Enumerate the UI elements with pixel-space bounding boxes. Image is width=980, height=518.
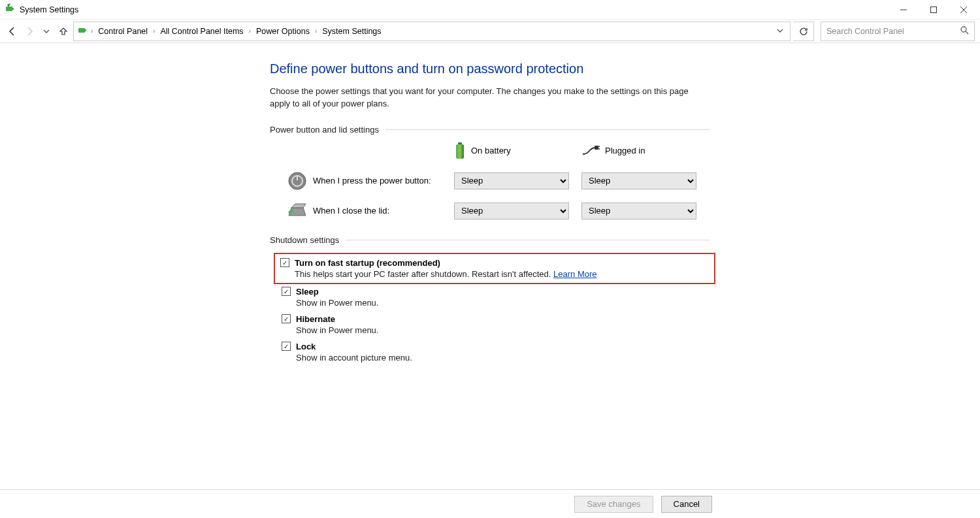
maximize-button[interactable] [919, 0, 949, 20]
power-options-icon [5, 3, 16, 16]
section-title: Power button and lid settings [270, 125, 379, 135]
svg-rect-10 [458, 142, 462, 144]
battery-icon [454, 142, 466, 159]
svg-rect-11 [456, 144, 464, 159]
refresh-button[interactable] [793, 22, 814, 41]
chevron-right-icon[interactable]: › [152, 27, 156, 35]
search-input[interactable] [826, 27, 960, 36]
address-bar[interactable]: › Control Panel › All Control Panel Item… [73, 22, 791, 41]
shutdown-item-sleep: ✓ Sleep Show in Power menu. [282, 287, 710, 308]
svg-line-9 [966, 31, 968, 34]
breadcrumb-item[interactable]: All Control Panel Items [157, 27, 246, 36]
search-box[interactable] [821, 22, 975, 41]
chevron-right-icon[interactable]: › [248, 27, 252, 35]
lock-title: Lock [296, 342, 316, 351]
section-header-shutdown: Shutdown settings [270, 235, 710, 245]
power-button-icon [282, 171, 313, 191]
shutdown-item-fast-startup: ✓ Turn on fast startup (recommended) Thi… [274, 253, 715, 284]
footer-bar: Save changes Cancel [0, 489, 980, 518]
page-heading: Define power buttons and turn on passwor… [270, 61, 710, 76]
hibernate-title: Hibernate [296, 314, 335, 324]
address-dropdown-icon[interactable] [774, 27, 786, 36]
col-label-plugged: Plugged in [605, 146, 645, 155]
close-lid-plugged-select[interactable]: Sleep [581, 202, 696, 219]
shutdown-item-lock: ✓ Lock Show in account picture menu. [282, 342, 710, 363]
svg-rect-6 [78, 28, 85, 33]
lock-checkbox[interactable]: ✓ [282, 342, 291, 351]
forward-button[interactable] [22, 24, 37, 39]
breadcrumb-item[interactable]: Control Panel [95, 27, 150, 36]
up-button[interactable] [56, 24, 71, 39]
learn-more-link[interactable]: Learn More [553, 269, 596, 279]
control-panel-icon [78, 25, 88, 37]
cancel-button[interactable]: Cancel [661, 496, 712, 513]
chevron-right-icon[interactable]: › [90, 27, 94, 35]
section-title: Shutdown settings [270, 235, 339, 245]
svg-rect-7 [85, 29, 86, 31]
svg-point-15 [289, 172, 306, 189]
fast-startup-title: Turn on fast startup (recommended) [295, 258, 440, 268]
hibernate-checkbox[interactable]: ✓ [282, 314, 291, 323]
svg-rect-0 [6, 7, 12, 11]
svg-rect-12 [595, 146, 598, 150]
search-icon [960, 25, 969, 37]
power-button-battery-select[interactable]: Sleep [454, 172, 569, 189]
lock-desc: Show in account picture menu. [296, 353, 710, 363]
window-title: System Settings [20, 5, 78, 14]
content-area: Define power buttons and turn on passwor… [0, 43, 980, 489]
recent-locations-dropdown[interactable] [39, 24, 54, 39]
close-button[interactable] [949, 0, 979, 20]
section-header-power-button-lid: Power button and lid settings [270, 125, 710, 135]
close-lid-battery-select[interactable]: Sleep [454, 202, 569, 219]
save-changes-button[interactable]: Save changes [574, 496, 653, 513]
col-label-battery: On battery [471, 146, 511, 155]
sleep-title: Sleep [296, 287, 319, 297]
breadcrumb-item[interactable]: Power Options [253, 27, 312, 36]
sleep-desc: Show in Power menu. [296, 298, 710, 308]
fast-startup-checkbox[interactable]: ✓ [280, 258, 289, 267]
chevron-right-icon[interactable]: › [314, 27, 318, 35]
sleep-checkbox[interactable]: ✓ [282, 287, 291, 296]
title-bar: System Settings [0, 0, 980, 20]
back-button[interactable] [5, 24, 20, 39]
row-label-close-lid: When I close the lid: [313, 206, 454, 216]
hibernate-desc: Show in Power menu. [296, 325, 710, 335]
column-header-plugged: Plugged in [581, 145, 709, 157]
svg-point-8 [961, 27, 966, 32]
fast-startup-desc: This helps start your PC faster after sh… [295, 269, 708, 279]
nav-bar: › Control Panel › All Control Panel Item… [0, 20, 980, 43]
power-button-plugged-select[interactable]: Sleep [581, 172, 696, 189]
page-description: Choose the power settings that you want … [270, 86, 710, 110]
shutdown-item-hibernate: ✓ Hibernate Show in Power menu. [282, 314, 710, 335]
breadcrumb-item[interactable]: System Settings [319, 27, 384, 36]
minimize-button[interactable] [889, 0, 919, 20]
svg-rect-1 [12, 8, 14, 10]
row-label-power-button: When I press the power button: [313, 176, 454, 186]
plug-icon [581, 145, 600, 157]
lid-icon [282, 202, 313, 219]
svg-rect-3 [931, 7, 937, 12]
column-header-battery: On battery [454, 142, 581, 159]
